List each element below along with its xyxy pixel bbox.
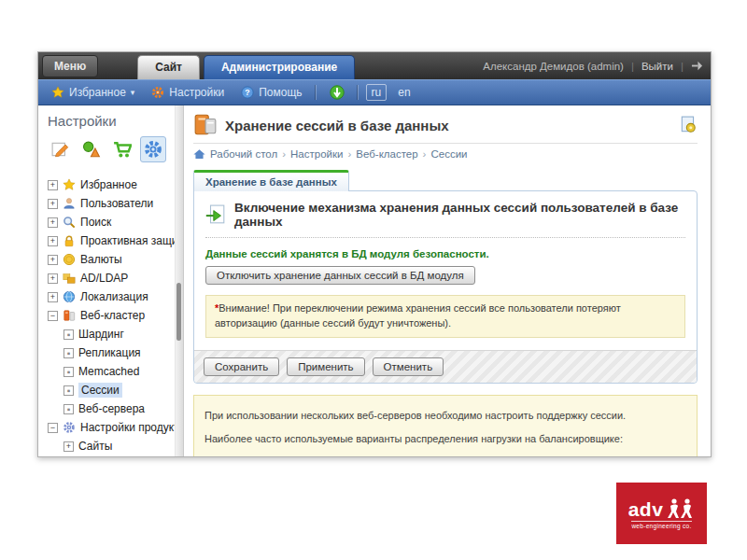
help-icon: ? xyxy=(241,86,254,99)
expand-icon[interactable]: + xyxy=(63,441,74,452)
search-icon xyxy=(63,216,76,229)
adv-logo-caption: web-engineering co. xyxy=(631,521,691,529)
sidebar-item-настройки-продукта[interactable]: −Настройки продукта xyxy=(48,418,175,437)
sidebar-item-label: Веб-кластер xyxy=(80,309,145,322)
sidebar-item-избранное[interactable]: +Избранное xyxy=(48,175,175,194)
tab-storage-db[interactable]: Хранение в базе данных xyxy=(193,170,349,191)
lock-icon xyxy=(63,234,76,247)
save-button[interactable]: Сохранить xyxy=(204,357,279,376)
sidebar-item-веб-кластер[interactable]: −Веб-кластер xyxy=(48,306,175,325)
apply-button[interactable]: Применить xyxy=(287,357,364,376)
sidebar-item-поиск[interactable]: +Поиск xyxy=(48,213,175,231)
tab-site[interactable]: Сайт xyxy=(137,55,200,79)
sidebar-item-label: AD/LDAP xyxy=(80,272,128,285)
expand-icon[interactable]: + xyxy=(48,180,58,190)
separator: | xyxy=(681,61,684,72)
breadcrumb: Рабочий стол›Настройки›Веб-кластер›Сесси… xyxy=(193,148,698,160)
settings-section-icon[interactable] xyxy=(140,136,166,162)
info-note: При использовании нескольких веб-серверо… xyxy=(193,395,698,457)
sidebar-item-сессии[interactable]: ▪Сессии xyxy=(48,381,175,399)
page-settings-icon[interactable] xyxy=(679,116,698,134)
globe-icon xyxy=(63,290,76,303)
sidebar-item-label: Настройки продукта xyxy=(80,421,175,434)
gear-icon xyxy=(151,86,164,99)
refresh-icon[interactable] xyxy=(324,85,350,100)
star-icon xyxy=(63,178,76,191)
sidebar-item-label: Репликация xyxy=(78,346,141,359)
toolbar: Избранное ▾ Настройки ? Помощь ru en xyxy=(38,79,711,105)
sidebar-item-репликация[interactable]: ▪Репликация xyxy=(48,343,175,362)
warning-note: *Внимание! При переключении режима хране… xyxy=(205,295,685,338)
adv-figures-icon xyxy=(667,498,695,519)
coin-icon xyxy=(63,253,76,266)
warning-text: Внимание! При переключении режима хранен… xyxy=(215,302,621,329)
language-en[interactable]: en xyxy=(392,84,416,101)
section-title: Включение механизма хранения данных сесс… xyxy=(234,201,685,229)
sidebar-item-ad-ldap[interactable]: +AD/LDAP xyxy=(48,269,175,287)
favorites-label: Избранное xyxy=(69,86,126,99)
expand-icon[interactable]: + xyxy=(48,199,58,209)
tab-administration[interactable]: Администрирование xyxy=(204,55,355,79)
shop-cart-icon[interactable] xyxy=(109,136,135,162)
settings-form: Включение механизма хранения данных сесс… xyxy=(193,190,698,384)
toggle-session-storage-button[interactable]: Отключить хранение данных сессий в БД мо… xyxy=(205,266,475,285)
home-icon[interactable] xyxy=(193,148,205,160)
collapse-icon[interactable]: − xyxy=(48,423,58,433)
breadcrumb-separator: › xyxy=(282,148,286,160)
svg-text:?: ? xyxy=(246,88,250,97)
sidebar-resizer[interactable] xyxy=(175,105,184,457)
expand-icon[interactable]: + xyxy=(48,292,58,302)
gear-icon xyxy=(63,421,76,434)
leaf-icon: ▪ xyxy=(63,385,74,396)
breadcrumb-item[interactable]: Рабочий стол xyxy=(210,148,277,160)
chevron-down-icon: ▾ xyxy=(131,88,135,97)
sidebar-item-memcached[interactable]: ▪Memcached xyxy=(48,362,175,381)
leaf-icon: ▪ xyxy=(63,367,74,377)
separator: | xyxy=(631,61,634,72)
sidebar-item-label: Сессии xyxy=(78,383,122,398)
expand-icon[interactable]: + xyxy=(48,273,58,284)
status-text: Данные сессий хранятся в БД модуля безоп… xyxy=(205,248,685,259)
sidebar-item-label: Локализация xyxy=(80,290,148,303)
collapse-icon[interactable]: − xyxy=(48,311,58,321)
resizer-handle[interactable] xyxy=(176,283,181,341)
breadcrumb-item[interactable]: Веб-кластер xyxy=(356,148,417,160)
sidebar-item-проактивная-защита[interactable]: +Проактивная защита xyxy=(48,231,175,250)
menu-button[interactable]: Меню xyxy=(42,55,98,77)
edit-content-icon[interactable] xyxy=(48,136,74,162)
cluster-icon xyxy=(63,309,76,322)
expand-icon[interactable]: + xyxy=(48,217,58,228)
cancel-button[interactable]: Отменить xyxy=(373,357,444,376)
settings-menu[interactable]: Настройки xyxy=(146,86,230,99)
shapes-icon[interactable] xyxy=(78,136,105,162)
user-icon xyxy=(63,197,76,210)
sidebar-item-пользователи[interactable]: +Пользователи xyxy=(48,194,175,213)
language-ru[interactable]: ru xyxy=(366,84,388,101)
header-divider xyxy=(193,143,698,144)
favorites-menu[interactable]: Избранное ▾ xyxy=(46,86,140,99)
form-footer: Сохранить Применить Отменить xyxy=(194,350,697,383)
pin-icon[interactable] xyxy=(691,60,703,72)
sidebar-item-label: Поиск xyxy=(80,216,111,229)
help-menu[interactable]: ? Помощь xyxy=(235,86,307,99)
enable-mechanism-icon xyxy=(205,204,226,225)
sidebar-item-локализация[interactable]: +Локализация xyxy=(48,287,175,306)
expand-icon[interactable]: + xyxy=(48,236,58,246)
sidebar-item-шардинг[interactable]: ▪Шардинг xyxy=(48,325,175,343)
sidebar-item-сайты[interactable]: +Сайты xyxy=(48,437,175,455)
page-title: Хранение сессий в базе данных xyxy=(225,118,671,133)
expand-icon[interactable]: + xyxy=(48,255,58,265)
sidebar-title: Настройки xyxy=(48,113,175,129)
folders-icon xyxy=(63,272,76,285)
top-bar: Меню Сайт Администрирование Александр Де… xyxy=(38,52,711,79)
breadcrumb-item[interactable]: Сессии xyxy=(430,148,467,160)
breadcrumb-item[interactable]: Настройки xyxy=(290,148,343,160)
sidebar-item-label: Избранное xyxy=(80,178,137,191)
admin-window: Меню Сайт Администрирование Александр Де… xyxy=(37,51,712,457)
logout-link[interactable]: Выйти xyxy=(641,61,673,72)
breadcrumb-separator: › xyxy=(347,148,351,160)
leaf-icon: ▪ xyxy=(63,329,74,340)
sidebar-item-веб-сервера[interactable]: ▪Веб-сервера xyxy=(48,399,175,418)
sidebar-item-валюты[interactable]: +Валюты xyxy=(48,250,175,269)
leaf-icon: ▪ xyxy=(63,348,74,358)
